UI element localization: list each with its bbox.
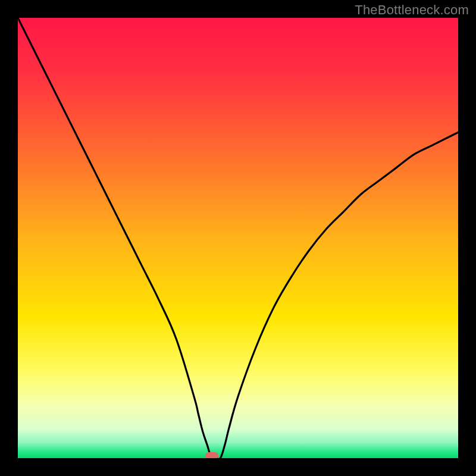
plot-area <box>18 18 458 458</box>
watermark-text: TheBottleneck.com <box>355 2 469 18</box>
optimal-point-marker <box>205 452 218 458</box>
chart-frame: TheBottleneck.com <box>0 0 476 476</box>
bottleneck-curve <box>18 18 458 458</box>
